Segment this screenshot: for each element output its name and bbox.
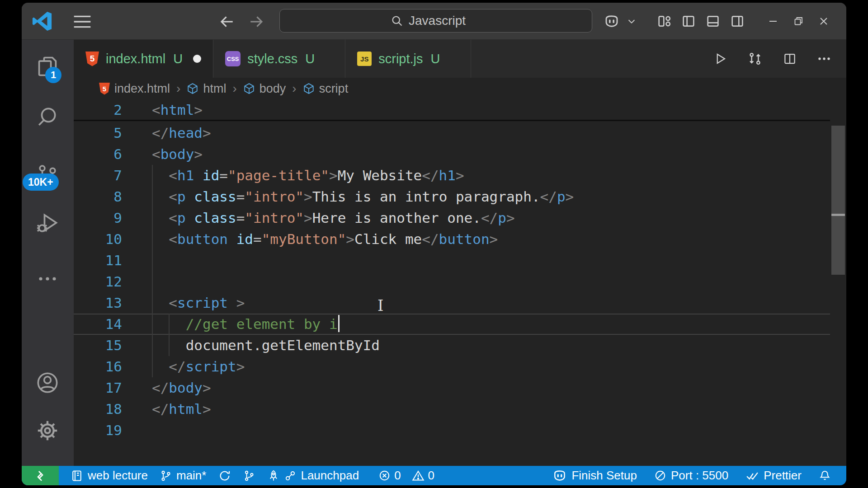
sticky-scroll-line[interactable]: 2<html> <box>74 99 830 121</box>
breadcrumb-separator: › <box>291 81 297 96</box>
port-item[interactable]: Port : 5500 <box>654 469 728 483</box>
forward-arrow-icon[interactable] <box>246 13 266 31</box>
code-line[interactable]: 9 <p class="intro">Here is another one.<… <box>74 207 830 229</box>
vscode-window: 1 10K+ <box>22 3 846 485</box>
code-text: </script> <box>152 356 245 377</box>
code-text: <body> <box>152 144 203 165</box>
breadcrumb-segment-html[interactable]: html <box>187 82 226 96</box>
errors-icon <box>378 469 391 482</box>
unsaved-dot[interactable] <box>193 55 201 63</box>
command-center-search[interactable] <box>279 9 592 33</box>
close-button[interactable] <box>811 9 836 33</box>
source-control-graph-icon <box>243 469 255 482</box>
editor-scrollbar[interactable] <box>830 99 846 466</box>
explorer-badge: 1 <box>45 67 61 83</box>
formatter-item[interactable]: Prettier <box>745 469 802 483</box>
code-line[interactable]: 13 <script > <box>74 292 830 314</box>
toggle-panel-icon[interactable] <box>701 11 725 32</box>
open-changes-icon[interactable] <box>748 52 762 66</box>
code-text: document.getElementById <box>152 335 380 356</box>
sticky-code-line[interactable]: 2<html> <box>74 99 830 121</box>
line-number: 15 <box>74 335 122 356</box>
indent-guide <box>152 271 153 292</box>
breadcrumb-separator: › <box>231 81 237 96</box>
code-editor[interactable]: 2<html> 5</head>6<body>7 <h1 id="page-ti… <box>74 99 846 466</box>
more-actions-icon[interactable] <box>817 56 831 61</box>
source-control-graph-item[interactable] <box>243 469 255 482</box>
problems-item[interactable]: 0 0 <box>378 469 434 483</box>
run-button[interactable] <box>713 52 727 66</box>
code-line[interactable]: 19 <box>74 420 830 441</box>
settings-gear-icon[interactable] <box>35 418 60 443</box>
code-line[interactable]: 16 </script> <box>74 356 830 377</box>
line-number: 17 <box>74 377 122 399</box>
code-line[interactable]: 8 <p class="intro">This is an intro para… <box>74 186 830 207</box>
tab-git-status: U <box>173 52 183 66</box>
code-text: <p class="intro">This is an intro paragr… <box>152 186 574 207</box>
repository-item[interactable]: web lecture <box>71 469 148 483</box>
line-number: 13 <box>74 292 122 314</box>
launchpad-item[interactable]: Launchpad <box>267 469 359 483</box>
line-number: 9 <box>74 207 122 229</box>
line-number: 10 <box>74 229 122 250</box>
menu-icon[interactable] <box>72 13 92 31</box>
toggle-primary-sidebar-icon[interactable] <box>676 11 701 32</box>
notifications-item[interactable] <box>819 469 831 482</box>
toggle-secondary-sidebar-icon[interactable] <box>725 11 750 32</box>
breadcrumb-segment-script[interactable]: script <box>303 82 349 96</box>
mouse-ibeam-cursor: I <box>377 295 383 316</box>
code-line[interactable]: 14 //get element by i <box>74 314 830 335</box>
code-line[interactable]: 17</body> <box>74 377 830 399</box>
account-icon[interactable] <box>35 371 60 395</box>
line-number: 14 <box>74 314 122 335</box>
line-number: 6 <box>74 144 122 165</box>
more-views-icon[interactable] <box>35 267 60 291</box>
breadcrumb-file[interactable]: 5 index.html <box>99 82 170 96</box>
remote-indicator[interactable] <box>22 466 59 485</box>
copilot-icon[interactable] <box>599 11 624 32</box>
run-debug-icon[interactable] <box>35 211 60 235</box>
text-caret <box>338 315 340 332</box>
code-text: </head> <box>152 122 211 144</box>
chevron-down-icon[interactable] <box>624 11 639 32</box>
symbol-cube-icon <box>243 83 255 94</box>
code-rows: 5</head>6<body>7 <h1 id="page-title">My … <box>74 122 830 441</box>
code-line[interactable]: 5</head> <box>74 122 830 144</box>
code-line[interactable]: 18</html> <box>74 399 830 420</box>
restore-button[interactable] <box>786 9 811 33</box>
copilot-setup-item[interactable]: Finish Setup <box>552 469 637 483</box>
minimize-button[interactable] <box>760 9 786 33</box>
tab-label: index.html <box>106 52 165 66</box>
line-number: 18 <box>74 399 122 420</box>
code-line[interactable]: 6<body> <box>74 144 830 165</box>
breadcrumb-segment-body[interactable]: body <box>243 82 286 96</box>
scrollbar-thumb[interactable] <box>831 126 845 275</box>
line-number: 2 <box>74 99 122 121</box>
back-arrow-icon[interactable] <box>217 13 237 31</box>
link-icon <box>284 470 296 482</box>
search-input[interactable] <box>409 14 481 28</box>
code-text: </html> <box>152 399 211 420</box>
code-line[interactable]: 7 <h1 id="page-title">My Website</h1> <box>74 165 830 186</box>
title-bar-right <box>599 3 846 40</box>
search-sidebar-icon[interactable] <box>35 105 60 129</box>
code-line[interactable]: 12 <box>74 271 830 292</box>
tab-label: script.js <box>378 52 423 66</box>
tab-style-css[interactable]: CSS style.css U <box>213 40 345 78</box>
tab-git-status: U <box>305 52 315 66</box>
tab-index-html[interactable]: 5 index.html U <box>74 40 213 78</box>
tab-script-js[interactable]: JS script.js U <box>345 40 471 78</box>
tab-label: style.css <box>247 52 297 66</box>
code-line[interactable]: 15 document.getElementById <box>74 335 830 356</box>
sync-changes-item[interactable] <box>218 469 231 482</box>
activity-bar: 1 10K+ <box>22 40 74 466</box>
breadcrumb: 5 index.html › html › <box>74 78 846 99</box>
code-line[interactable]: 10 <button id="myButton">Click me</butto… <box>74 229 830 250</box>
customize-layout-icon[interactable] <box>652 11 676 32</box>
code-text: <button id="myButton">Click me</button> <box>152 229 498 250</box>
code-text: <p class="intro">Here is another one.</p… <box>152 207 515 229</box>
code-text: <h1 id="page-title">My Website</h1> <box>152 165 464 186</box>
code-line[interactable]: 11 <box>74 250 830 271</box>
split-editor-icon[interactable] <box>783 52 797 66</box>
git-branch-item[interactable]: main* <box>160 469 206 483</box>
